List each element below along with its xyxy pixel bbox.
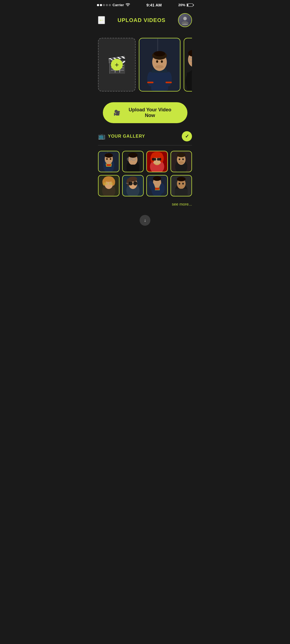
svg-point-77 [133, 181, 137, 185]
upload-button-label: Upload Your Video Now [124, 107, 177, 118]
upload-section: 🎬 + [93, 32, 197, 100]
svg-point-85 [153, 176, 161, 181]
see-more-row: see more... [98, 199, 192, 212]
gallery-item-5[interactable] [98, 175, 119, 196]
svg-point-59 [179, 158, 180, 160]
gallery-item-7[interactable] [146, 175, 168, 196]
svg-marker-83 [155, 188, 160, 190]
video-thumb-1[interactable] [139, 38, 180, 92]
gallery-section: 📺 YOUR GALLERY ✓ [93, 131, 197, 212]
video-thumb-2-partial[interactable] [184, 38, 192, 92]
gallery-check-badge: ✓ [182, 131, 192, 141]
status-left: Carrier [97, 3, 130, 7]
signal-dot-4 [106, 4, 108, 6]
gallery-title: YOUR GALLERY [108, 134, 179, 139]
signal-dots [97, 4, 111, 6]
svg-line-79 [126, 183, 129, 184]
svg-rect-28 [192, 72, 192, 90]
svg-rect-45 [126, 164, 139, 172]
gallery-item-1[interactable] [98, 151, 119, 172]
add-video-box[interactable]: 🎬 + [98, 38, 136, 92]
svg-rect-69 [109, 182, 113, 185]
page-title: UPLOAD VIDEOS [118, 17, 166, 23]
svg-point-3 [183, 17, 187, 20]
bottom-bar: ↓ [93, 212, 197, 231]
gallery-item-3[interactable] [146, 151, 168, 172]
status-time: 9:41 AM [146, 3, 162, 7]
signal-dot-1 [97, 4, 99, 6]
svg-rect-27 [187, 72, 192, 90]
upload-camera-icon: 🎥 [114, 109, 120, 116]
svg-point-60 [182, 158, 184, 160]
battery-percent: 20% [178, 3, 185, 7]
gallery-grid [98, 151, 192, 196]
svg-point-16 [147, 72, 153, 86]
gallery-item-4[interactable] [171, 151, 192, 172]
gallery-header: 📺 YOUR GALLERY ✓ [98, 131, 192, 145]
svg-point-92 [179, 183, 180, 185]
svg-rect-19 [165, 82, 172, 83]
svg-rect-52 [152, 158, 156, 161]
gallery-item-8[interactable] [171, 175, 192, 196]
media-row: 🎬 + [98, 38, 192, 92]
signal-dot-3 [103, 4, 105, 6]
gallery-item-2[interactable] [122, 151, 144, 172]
svg-point-0 [128, 6, 128, 6]
svg-point-36 [106, 158, 108, 160]
gallery-item-7-inner [147, 175, 167, 196]
svg-point-17 [165, 72, 172, 86]
svg-point-87 [160, 183, 165, 193]
avatar[interactable] [178, 13, 192, 27]
gallery-tv-icon: 📺 [98, 133, 105, 140]
signal-dot-5 [109, 4, 111, 6]
gallery-item-8-inner [171, 175, 191, 196]
gallery-item-4-inner [171, 151, 191, 172]
svg-point-35 [105, 153, 113, 158]
svg-point-13 [156, 60, 158, 63]
carrier-label: Carrier [113, 3, 124, 7]
svg-point-93 [182, 183, 184, 185]
svg-rect-53 [157, 158, 161, 161]
svg-point-15 [155, 65, 164, 68]
svg-point-37 [110, 158, 111, 160]
svg-point-14 [161, 60, 163, 63]
scroll-down-button[interactable]: ↓ [140, 215, 150, 226]
back-button[interactable]: ← [98, 16, 105, 24]
avatar-image [179, 14, 191, 27]
status-bar: Carrier 9:41 AM 20% [93, 0, 197, 9]
upload-button-container: 🎥 Upload Your Video Now [93, 100, 197, 131]
svg-marker-33 [106, 164, 111, 166]
status-right: 20% [178, 3, 193, 7]
svg-rect-9 [151, 72, 168, 91]
wifi-icon [126, 3, 130, 7]
svg-point-58 [177, 153, 186, 157]
svg-rect-94 [175, 189, 188, 196]
gallery-item-1-inner [99, 151, 119, 172]
svg-point-91 [177, 177, 186, 181]
svg-rect-18 [147, 82, 153, 83]
see-more-button[interactable]: see more... [172, 202, 192, 206]
signal-dot-2 [100, 4, 102, 6]
svg-point-76 [129, 181, 133, 185]
battery-icon [187, 3, 193, 7]
gallery-item-3-inner [147, 151, 167, 172]
header: ← UPLOAD VIDEOS [93, 9, 197, 32]
svg-point-41 [128, 153, 137, 158]
gallery-item-2-inner [123, 151, 143, 172]
gallery-item-5-inner [99, 175, 119, 196]
gallery-item-6[interactable] [122, 175, 144, 196]
plus-icon: + [111, 59, 123, 71]
upload-now-button[interactable]: 🎥 Upload Your Video Now [103, 102, 187, 123]
svg-point-61 [179, 161, 184, 164]
svg-rect-68 [104, 182, 108, 185]
svg-point-12 [154, 51, 165, 56]
gallery-item-6-inner [123, 175, 143, 196]
